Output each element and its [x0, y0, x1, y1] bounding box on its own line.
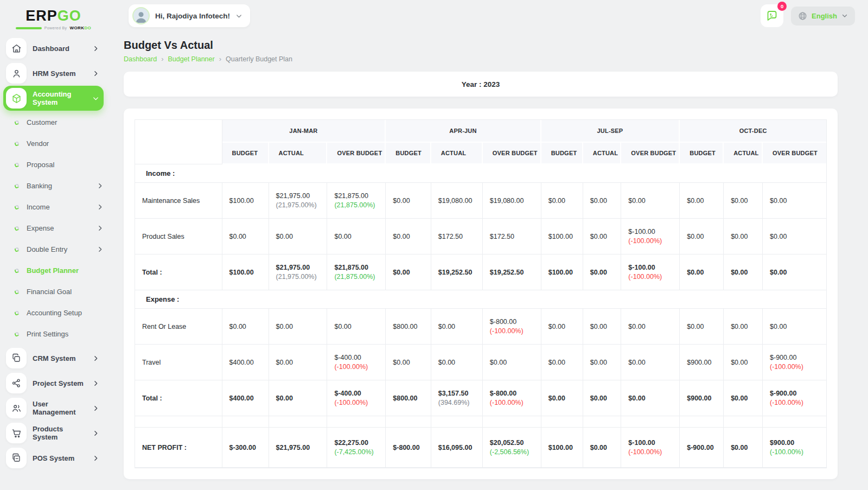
cell-amount: $100.00 [548, 444, 573, 451]
language-selector[interactable]: English [791, 7, 855, 26]
cell-amount: $19,252.50 [438, 269, 473, 276]
breadcrumb-budget-planner-link[interactable]: Budget Planner [168, 55, 215, 63]
table-row: Total :$100.00$21,975.00(21,975.00%)$21,… [135, 254, 826, 290]
sidebar-item-hrm-system[interactable]: HRM System [3, 61, 104, 86]
chevron-right-icon [97, 182, 104, 189]
table-cell: $0.00 [680, 254, 724, 290]
table-cell: $0.00 [386, 254, 431, 290]
messages-button[interactable]: 0 [761, 4, 783, 27]
spacer-cell [763, 416, 826, 428]
sidebar-item-print-settings[interactable]: Print Settings [3, 323, 104, 345]
column-header: OVER BUDGET [483, 143, 541, 164]
section-title: Income : [135, 164, 826, 183]
notification-badge: 0 [777, 2, 787, 11]
sidebar-item-banking[interactable]: Banking [3, 175, 104, 196]
cell-percent: (-100.00%) [770, 363, 823, 371]
sidebar-item-expense[interactable]: Expense [3, 218, 104, 239]
table-cell: $0.00 [583, 254, 622, 290]
sidebar-item-pos-system[interactable]: POS System [3, 446, 104, 470]
cell-amount: $900.00 [687, 394, 711, 402]
sub-item-label: Customer [27, 118, 104, 126]
cell-amount: $0.00 [687, 233, 704, 240]
table-cell: $0.00 [541, 380, 583, 416]
section-row: Income : [135, 164, 826, 183]
table-cell: $21,875.00(21,875.00%) [327, 183, 386, 219]
table-cell: $-900.00(-100.00%) [763, 345, 826, 380]
cell-amount: $0.00 [590, 269, 607, 276]
cell-amount: $0.00 [731, 359, 748, 366]
sidebar-item-budget-planner[interactable]: Budget Planner [3, 260, 104, 281]
user-icon [6, 63, 27, 84]
table-cell: $3,157.50(394.69%) [431, 380, 483, 416]
sidebar-item-customer[interactable]: Customer [3, 112, 104, 133]
breadcrumb: Dashboard › Budget Planner › Quarterly B… [124, 55, 838, 63]
cell-amount: $172.50 [490, 233, 514, 240]
sidebar-item-project-system[interactable]: Project System [3, 371, 104, 396]
column-header: OVER BUDGET [763, 143, 826, 164]
table-cell: $0.00 [621, 309, 680, 345]
user-menu-button[interactable]: Hi, Rajodiya Infotech! [129, 4, 250, 27]
quarter-header: JAN-MAR [222, 120, 386, 143]
sidebar-item-label: Dashboard [33, 44, 86, 53]
sidebar-item-products-system[interactable]: Products System [3, 421, 104, 446]
cell-amount: $19,252.50 [490, 269, 524, 276]
globe-icon [798, 11, 807, 21]
sidebar-item-financial-goal[interactable]: Financial Goal [3, 281, 104, 302]
cell-amount: $-900.00 [770, 354, 796, 361]
cell-amount: $-800.00 [490, 390, 516, 397]
cube-icon [6, 88, 27, 109]
table-cell: $0.00 [269, 309, 328, 345]
sidebar-item-user-management[interactable]: User Management [3, 396, 104, 421]
column-header: BUDGET [386, 143, 431, 164]
cell-amount: $900.00 [687, 359, 711, 366]
table-cell: $0.00 [621, 183, 680, 219]
sidebar-item-dashboard[interactable]: Dashboard [3, 36, 104, 61]
budget-table-card: JAN-MARAPR-JUNJUL-SEPOCT-DECBUDGETACTUAL… [124, 109, 838, 479]
table-cell: $0.00 [222, 219, 269, 254]
table-cell: $0.00 [541, 183, 583, 219]
cell-amount: $19,080.00 [490, 197, 524, 205]
cell-amount: $-800.00 [393, 444, 419, 451]
cell-amount: $0.00 [731, 323, 748, 330]
column-header: BUDGET [541, 143, 583, 164]
app-logo[interactable]: ERPGO Powered By WORKDO [3, 5, 104, 36]
cell-amount: $19,080.00 [438, 197, 473, 205]
cell-percent: (-100.00%) [770, 399, 823, 406]
cell-percent: (21,975.00%) [276, 201, 324, 209]
table-cell: $0.00 [583, 219, 622, 254]
table-cell: $0.00 [583, 309, 622, 345]
cell-percent: (-100.00%) [628, 273, 676, 281]
table-cell: $172.50 [483, 219, 541, 254]
cell-amount: $0.00 [731, 233, 748, 240]
bullet-icon [14, 268, 20, 273]
bullet-icon [14, 289, 20, 295]
sidebar-item-income[interactable]: Income [3, 196, 104, 218]
sidebar-item-vendor[interactable]: Vendor [3, 133, 104, 154]
table-cell: $0.00 [431, 345, 483, 380]
sidebar-item-double-entry[interactable]: Double Entry [3, 239, 104, 260]
table-cell: $0.00 [763, 309, 826, 345]
table-cell: $0.00 [583, 380, 622, 416]
column-header: ACTUAL [583, 143, 622, 164]
bullet-icon [14, 183, 20, 189]
table-cell: $0.00 [327, 219, 386, 254]
table-cell: $0.00 [583, 428, 622, 468]
column-header: ACTUAL [269, 143, 328, 164]
sidebar-item-proposal[interactable]: Proposal [3, 154, 104, 175]
sidebar-item-crm-system[interactable]: CRM System [3, 346, 104, 371]
row-label: Product Sales [135, 219, 222, 254]
table-cell: $0.00 [724, 183, 763, 219]
cell-amount: $0.00 [628, 359, 645, 366]
spacer-cell [541, 416, 583, 428]
table-cell: $0.00 [431, 309, 483, 345]
cell-amount: $21,975.00 [276, 192, 310, 200]
bullet-icon [14, 141, 20, 147]
sub-item-label: Income [27, 203, 89, 211]
net-profit-row: NET PROFIT :$-300.00$21,975.00$22,275.00… [135, 428, 826, 468]
sidebar-item-accounting-setup[interactable]: Accounting Setup [3, 302, 104, 323]
breadcrumb-dashboard-link[interactable]: Dashboard [124, 55, 157, 63]
cell-amount: $172.50 [438, 233, 463, 240]
cell-amount: $16,095.00 [438, 444, 473, 451]
sidebar-item-accounting-system[interactable]: Accounting System [3, 86, 104, 111]
spacer-cell [222, 416, 269, 428]
